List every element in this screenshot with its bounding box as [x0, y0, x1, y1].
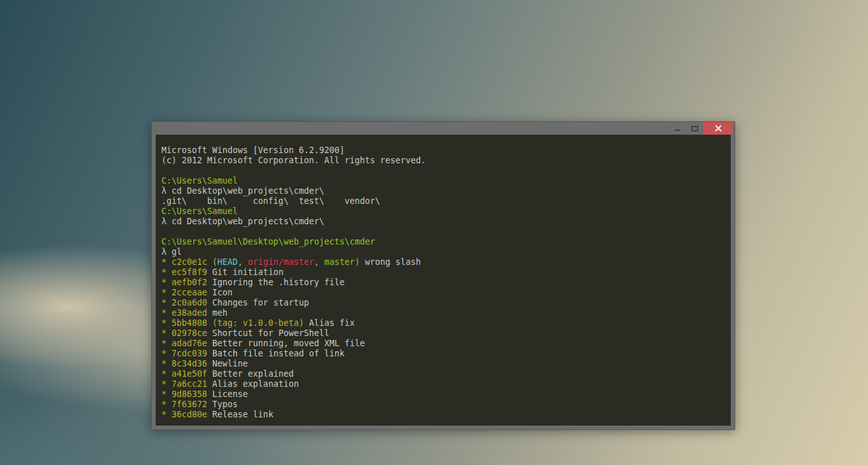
- terminal-text-segment: Git initiation: [207, 267, 283, 277]
- terminal-line: * 8c34d36 Newline: [161, 359, 725, 369]
- terminal-text-segment: * 2cceaae: [161, 288, 207, 297]
- terminal-line: Microsoft Windows [Version 6.2.9200]: [161, 145, 725, 156]
- terminal-line: * 5bb4808 (tag: v1.0.0-beta) Alias fix: [161, 318, 725, 328]
- terminal-line: * 9d86358 License: [161, 389, 725, 400]
- terminal-text-segment: * 5bb4808 (tag: v1.0.0-beta): [161, 318, 304, 328]
- terminal-text-segment: Typos: [207, 400, 238, 409]
- terminal-text-segment: * adad76e: [161, 339, 207, 348]
- desktop-background: Microsoft Windows [Version 6.2.9200](c) …: [0, 0, 868, 465]
- minimize-icon: [675, 130, 681, 131]
- terminal-text-segment: * e38aded: [161, 308, 207, 318]
- terminal-text-segment: Newline: [207, 359, 248, 368]
- close-icon: [714, 125, 722, 133]
- terminal-text-segment: Changes for startup: [207, 298, 309, 307]
- terminal-text-segment: wrong slash: [360, 257, 421, 267]
- terminal-text-segment: (c) 2012 Microsoft Corporation. All righ…: [161, 156, 426, 165]
- terminal-text-segment: * 7f63672: [161, 400, 207, 409]
- terminal-line: * ec5f8f9 Git initiation: [161, 267, 725, 278]
- terminal-line: λ cd Desktop\web_projects\cmder\: [161, 217, 725, 227]
- terminal-text-segment: master: [324, 257, 355, 267]
- terminal-line: * adad76e Better running, moved XML file: [161, 339, 725, 349]
- minimize-button[interactable]: [669, 122, 686, 135]
- terminal-line: * e38aded meh: [161, 308, 725, 318]
- terminal-text-segment: Microsoft Windows [Version 6.2.9200]: [161, 145, 344, 155]
- terminal-text-segment: Alias fix: [304, 318, 355, 328]
- terminal-text-segment: λ cd Desktop\web_projects\cmder\: [161, 186, 324, 196]
- terminal-window: Microsoft Windows [Version 6.2.9200](c) …: [151, 121, 735, 430]
- terminal-text-segment: * 2c0a6d0: [161, 298, 207, 307]
- terminal-text-segment: HEAD: [217, 257, 238, 267]
- terminal-text-segment: ,: [238, 257, 248, 267]
- terminal-text-segment: Alias explanation: [207, 379, 299, 389]
- terminal-text-segment: Shortcut for PowerShell: [207, 328, 329, 338]
- terminal-text-segment: * aefb0f2: [161, 278, 207, 287]
- terminal-text-segment: License: [207, 389, 248, 399]
- terminal-line: * aefb0f2 Ignoring the .history file: [161, 278, 725, 288]
- terminal-line: C:\Users\Samuel\Desktop\web_projects\cmd…: [161, 237, 725, 247]
- terminal-text-segment: origin/master: [248, 257, 314, 267]
- terminal-text-segment: * 7a6cc21: [161, 379, 207, 389]
- maximize-icon: [691, 126, 698, 131]
- terminal-line: * 7f63672 Typos: [161, 400, 725, 410]
- terminal-text-segment: * 8c34d36: [161, 359, 207, 368]
- terminal-text-segment: * c2c0e1c (: [161, 257, 217, 267]
- terminal-line: * 7cdc039 Batch file instead of link: [161, 349, 725, 359]
- terminal-line: * c2c0e1c (HEAD, origin/master, master) …: [161, 257, 725, 267]
- terminal-text-segment: C:\Users\Samuel: [161, 206, 238, 216]
- terminal-text-segment: Better explained: [207, 369, 294, 379]
- terminal-output[interactable]: Microsoft Windows [Version 6.2.9200](c) …: [156, 135, 731, 426]
- terminal-text-segment: * 02978ce: [161, 328, 207, 338]
- terminal-line: C:\Users\Samuel: [161, 206, 725, 217]
- terminal-text-segment: * 9d86358: [161, 389, 207, 399]
- terminal-text-segment: * 7cdc039: [161, 349, 207, 358]
- terminal-text-segment: Ignoring the .history file: [207, 278, 344, 287]
- terminal-line: (c) 2012 Microsoft Corporation. All righ…: [161, 156, 725, 166]
- terminal-text-segment: λ gl: [161, 247, 182, 257]
- terminal-line: [161, 166, 725, 176]
- terminal-text-segment: * a41e50f: [161, 369, 207, 379]
- terminal-line: λ cd Desktop\web_projects\cmder\: [161, 186, 725, 196]
- terminal-text-segment: C:\Users\Samuel: [161, 176, 238, 185]
- terminal-text-segment: Better running, moved XML file: [207, 339, 365, 348]
- terminal-line: * 02978ce Shortcut for PowerShell: [161, 328, 725, 339]
- terminal-text-segment: C:\Users\Samuel\Desktop\web_projects\cmd…: [161, 237, 375, 246]
- terminal-text-segment: ,: [314, 257, 324, 267]
- terminal-line: * a41e50f Better explained: [161, 369, 725, 379]
- maximize-button[interactable]: [686, 122, 703, 135]
- window-titlebar[interactable]: [152, 122, 735, 135]
- terminal-text-segment: λ cd Desktop\web_projects\cmder\: [161, 217, 324, 226]
- terminal-text-segment: Icon: [207, 288, 233, 297]
- terminal-line: [161, 227, 725, 237]
- terminal-text-segment: Release link: [207, 410, 273, 419]
- terminal-text-segment: * 36cd80e: [161, 410, 207, 419]
- terminal-text-segment: Batch file instead of link: [207, 349, 344, 358]
- terminal-line: * 36cd80e Release link: [161, 410, 725, 420]
- terminal-text-segment: .git\ bin\ config\ test\ vendor\: [161, 196, 380, 206]
- terminal-text-segment: * ec5f8f9: [161, 267, 207, 277]
- terminal-line: * 2cceaae Icon: [161, 288, 725, 298]
- terminal-line: .git\ bin\ config\ test\ vendor\: [161, 196, 725, 206]
- close-button[interactable]: [703, 122, 733, 135]
- terminal-line: * 2c0a6d0 Changes for startup: [161, 298, 725, 308]
- terminal-line: * 7a6cc21 Alias explanation: [161, 379, 725, 389]
- terminal-line: C:\Users\Samuel: [161, 176, 725, 186]
- terminal-line: λ gl: [161, 247, 725, 257]
- terminal-text-segment: meh: [207, 308, 227, 318]
